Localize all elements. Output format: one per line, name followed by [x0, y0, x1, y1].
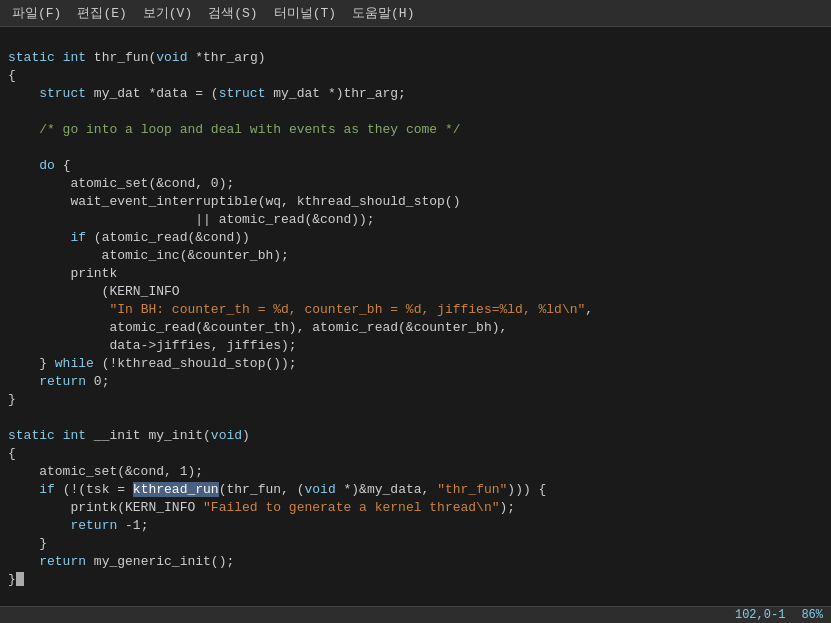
cursor-position: 102,0-1	[735, 608, 785, 622]
line-6: /* go into a loop and deal with events a…	[8, 121, 823, 139]
line-9: atomic_set(&cond, 0);	[8, 175, 823, 193]
line-12: if (atomic_read(&cond))	[8, 229, 823, 247]
line-16: "In BH: counter_th = %d, counter_bh = %d…	[8, 301, 823, 319]
line-5	[8, 103, 823, 121]
line-28: return -1;	[8, 517, 823, 535]
line-4: struct my_dat *data = (struct my_dat *)t…	[8, 85, 823, 103]
line-7	[8, 139, 823, 157]
line-11: || atomic_read(&cond));	[8, 211, 823, 229]
line-24: {	[8, 445, 823, 463]
line-25: atomic_set(&cond, 1);	[8, 463, 823, 481]
code-editor[interactable]: static int thr_fun(void *thr_arg) { stru…	[0, 27, 831, 606]
line-13: atomic_inc(&counter_bh);	[8, 247, 823, 265]
statusbar: 102,0-1 86%	[0, 606, 831, 623]
line-1	[8, 31, 823, 49]
line-10: wait_event_interruptible(wq, kthread_sho…	[8, 193, 823, 211]
menu-edit[interactable]: 편집(E)	[69, 2, 134, 24]
line-20: return 0;	[8, 373, 823, 391]
menubar: 파일(F) 편집(E) 보기(V) 검색(S) 터미널(T) 도움말(H)	[0, 0, 831, 27]
line-23: static int __init my_init(void)	[8, 427, 823, 445]
line-22	[8, 409, 823, 427]
menu-help[interactable]: 도움말(H)	[344, 2, 422, 24]
line-3: {	[8, 67, 823, 85]
line-32	[8, 589, 823, 606]
line-2: static int thr_fun(void *thr_arg)	[8, 49, 823, 67]
zoom-level: 86%	[801, 608, 823, 622]
menu-file[interactable]: 파일(F)	[4, 2, 69, 24]
line-14: printk	[8, 265, 823, 283]
line-26: if (!(tsk = kthread_run(thr_fun, (void *…	[8, 481, 823, 499]
line-29: }	[8, 535, 823, 553]
code-content: static int thr_fun(void *thr_arg) { stru…	[0, 31, 831, 606]
line-8: do {	[8, 157, 823, 175]
line-15: (KERN_INFO	[8, 283, 823, 301]
menu-view[interactable]: 보기(V)	[135, 2, 200, 24]
line-31: }	[8, 571, 823, 589]
line-21: }	[8, 391, 823, 409]
line-17: atomic_read(&counter_th), atomic_read(&c…	[8, 319, 823, 337]
line-18: data->jiffies, jiffies);	[8, 337, 823, 355]
line-27: printk(KERN_INFO "Failed to generate a k…	[8, 499, 823, 517]
menu-search[interactable]: 검색(S)	[200, 2, 265, 24]
line-19: } while (!kthread_should_stop());	[8, 355, 823, 373]
menu-terminal[interactable]: 터미널(T)	[266, 2, 344, 24]
line-30: return my_generic_init();	[8, 553, 823, 571]
